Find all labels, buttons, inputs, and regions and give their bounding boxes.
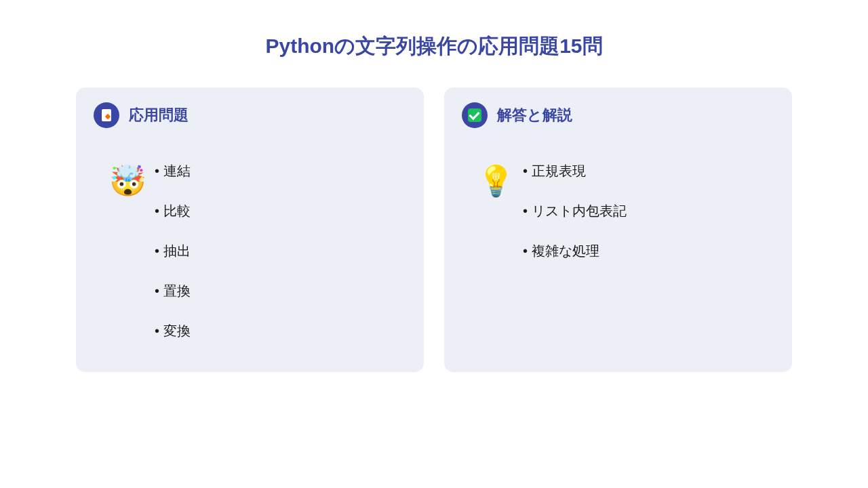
card-problems: 応用問題 🤯 連結 比較 抽出 置換 変換 bbox=[76, 87, 424, 372]
card-body: 💡 正規表現 リスト内包表記 複雑な処理 bbox=[462, 147, 774, 271]
topic-list: 正規表現 リスト内包表記 複雑な処理 bbox=[523, 147, 627, 271]
cards-container: 応用問題 🤯 連結 比較 抽出 置換 変換 解答と解説 💡 正規表現 リスト内包… bbox=[0, 87, 868, 372]
list-item: 抽出 bbox=[155, 231, 191, 271]
lightbulb-icon: 💡 bbox=[475, 166, 516, 196]
list-item: 連結 bbox=[155, 151, 191, 191]
document-icon bbox=[94, 102, 119, 128]
page-title: Pythonの文字列操作の応用問題15問 bbox=[0, 0, 868, 87]
list-item: 変換 bbox=[155, 311, 191, 351]
card-title: 解答と解説 bbox=[497, 105, 572, 125]
list-item: 複雑な処理 bbox=[523, 231, 627, 271]
card-answers: 解答と解説 💡 正規表現 リスト内包表記 複雑な処理 bbox=[444, 87, 792, 372]
card-header: 応用問題 bbox=[94, 102, 406, 128]
list-item: 比較 bbox=[155, 191, 191, 231]
card-body: 🤯 連結 比較 抽出 置換 変換 bbox=[94, 147, 406, 351]
card-title: 応用問題 bbox=[129, 105, 189, 125]
list-item: 正規表現 bbox=[523, 151, 627, 191]
mind-blown-icon: 🤯 bbox=[107, 166, 148, 196]
list-item: 置換 bbox=[155, 271, 191, 311]
topic-list: 連結 比較 抽出 置換 変換 bbox=[155, 147, 191, 351]
list-item: リスト内包表記 bbox=[523, 191, 627, 231]
card-header: 解答と解説 bbox=[462, 102, 774, 128]
check-icon bbox=[462, 102, 488, 128]
